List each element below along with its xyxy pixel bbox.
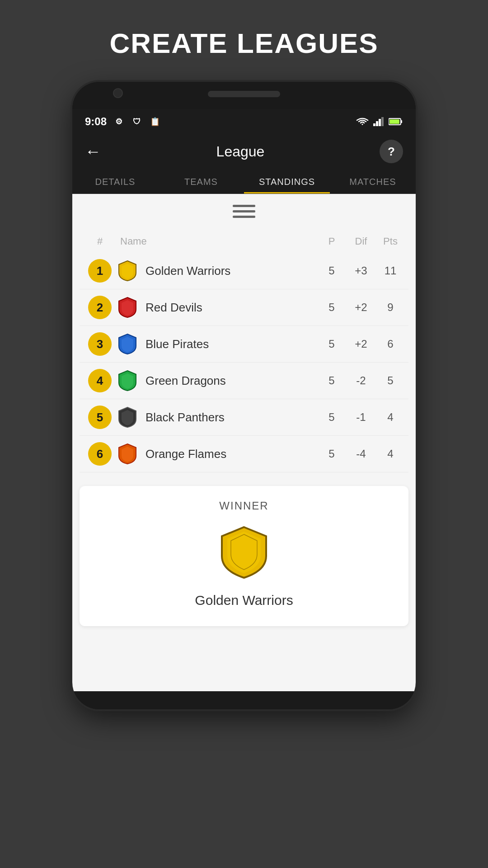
svg-rect-3	[381, 117, 384, 126]
rank-badge-5: 5	[88, 406, 112, 429]
tab-matches[interactable]: MATCHES	[330, 169, 416, 193]
team-logo-6	[116, 442, 139, 466]
tabs-bar: DETAILS TEAMS STANDINGS MATCHES	[72, 169, 416, 194]
battery-icon	[389, 118, 403, 126]
tab-standings[interactable]: STANDINGS	[244, 169, 330, 193]
row-p-6: 5	[318, 448, 345, 460]
row-rank-5: 5	[84, 406, 116, 429]
team-name-5: Black Panthers	[145, 410, 225, 425]
row-rank-4: 4	[84, 369, 116, 392]
shield-status-icon: 🛡	[131, 116, 143, 127]
table-header-row: # Name P Dif Pts	[80, 232, 408, 251]
row-pts-1: 11	[377, 264, 404, 277]
settings-icon: ⚙	[113, 116, 125, 127]
tab-teams[interactable]: TEAMS	[158, 169, 244, 193]
row-pts-5: 4	[377, 411, 404, 424]
row-rank-2: 2	[84, 296, 116, 319]
table-row: 6 Orange Flames 5 -4 4	[80, 436, 408, 472]
row-p-3: 5	[318, 338, 345, 350]
row-p-5: 5	[318, 411, 345, 424]
wifi-icon	[356, 117, 369, 126]
table-row: 2 Red Devils 5 +2 9	[80, 289, 408, 326]
rank-badge-2: 2	[88, 296, 112, 319]
status-left: 9:08 ⚙ 🛡 📋	[85, 115, 161, 128]
signal-icon	[373, 117, 384, 126]
phone-bottom-bar	[72, 691, 416, 709]
row-dif-4: -2	[345, 374, 377, 387]
col-header-dif: Dif	[345, 236, 377, 247]
outer-wrapper: CREATE LEAGUES 9:08 ⚙ 🛡 📋	[0, 0, 488, 868]
rank-badge-3: 3	[88, 332, 112, 356]
row-dif-3: +2	[345, 338, 377, 350]
col-header-rank: #	[84, 236, 116, 247]
team-logo-2	[116, 296, 139, 319]
team-name-1: Golden Warriors	[145, 264, 230, 278]
row-dif-5: -1	[345, 411, 377, 424]
table-row: 1 Golden Warriors 5 +3 11	[80, 253, 408, 289]
rank-badge-1: 1	[88, 259, 112, 283]
row-rank-1: 1	[84, 259, 116, 283]
row-pts-4: 5	[377, 374, 404, 387]
col-header-pts: Pts	[377, 236, 404, 247]
phone-frame: 9:08 ⚙ 🛡 📋	[72, 82, 416, 709]
col-header-name: Name	[116, 236, 318, 247]
svg-rect-2	[379, 119, 381, 126]
svg-rect-7	[233, 205, 255, 207]
back-button[interactable]: ←	[85, 142, 101, 161]
svg-rect-9	[233, 216, 255, 218]
winner-label: WINNER	[89, 500, 399, 512]
winner-shield-logo	[217, 523, 271, 582]
svg-rect-1	[376, 121, 378, 126]
status-right	[356, 117, 403, 126]
table-row: 3 Blue Pirates 5 +2 6	[80, 326, 408, 363]
svg-rect-6	[389, 119, 399, 124]
list-icon-bar	[80, 205, 408, 223]
row-pts-6: 4	[377, 448, 404, 460]
row-dif-1: +3	[345, 264, 377, 277]
svg-rect-0	[373, 123, 375, 126]
team-logo-4	[116, 369, 139, 392]
col-header-p: P	[318, 236, 345, 247]
status-bar: 9:08 ⚙ 🛡 📋	[72, 109, 416, 134]
phone-speaker	[208, 91, 280, 97]
rank-badge-6: 6	[88, 442, 112, 466]
row-rank-6: 6	[84, 442, 116, 466]
help-button[interactable]: ?	[380, 140, 403, 163]
row-rank-3: 3	[84, 332, 116, 356]
winner-name: Golden Warriors	[89, 593, 399, 608]
row-pts-3: 6	[377, 338, 404, 350]
row-dif-2: +2	[345, 301, 377, 314]
svg-rect-8	[233, 210, 255, 212]
standings-table: # Name P Dif Pts 1	[80, 232, 408, 472]
team-name-2: Red Devils	[145, 301, 202, 315]
table-row: 5 Black Panthers 5 -1 4	[80, 399, 408, 436]
row-p-4: 5	[318, 374, 345, 387]
team-name-6: Orange Flames	[145, 447, 226, 461]
team-logo-5	[116, 406, 139, 429]
menu-lines-icon	[233, 205, 255, 221]
table-row: 4 Green Dragons 5 -2 5	[80, 363, 408, 399]
clipboard-icon: 📋	[149, 116, 161, 127]
winner-section: WINNER Golden Warriors	[80, 486, 408, 626]
app-header: ← League ?	[72, 134, 416, 169]
team-name-3: Blue Pirates	[145, 337, 209, 351]
row-p-2: 5	[318, 301, 345, 314]
svg-rect-5	[401, 120, 402, 123]
team-logo-3	[116, 332, 139, 356]
row-pts-2: 9	[377, 301, 404, 314]
phone-camera	[113, 88, 123, 98]
tab-details[interactable]: DETAILS	[72, 169, 158, 193]
content-area: # Name P Dif Pts 1	[72, 194, 416, 691]
row-p-1: 5	[318, 264, 345, 277]
status-time: 9:08	[85, 115, 107, 128]
page-title-area: CREATE LEAGUES	[0, 0, 488, 82]
header-title: League	[216, 143, 265, 160]
row-dif-6: -4	[345, 448, 377, 460]
team-name-4: Green Dragons	[145, 374, 226, 388]
phone-top-bar	[72, 82, 416, 109]
team-logo-1	[116, 259, 139, 283]
rank-badge-4: 4	[88, 369, 112, 392]
page-title: CREATE LEAGUES	[0, 27, 488, 59]
